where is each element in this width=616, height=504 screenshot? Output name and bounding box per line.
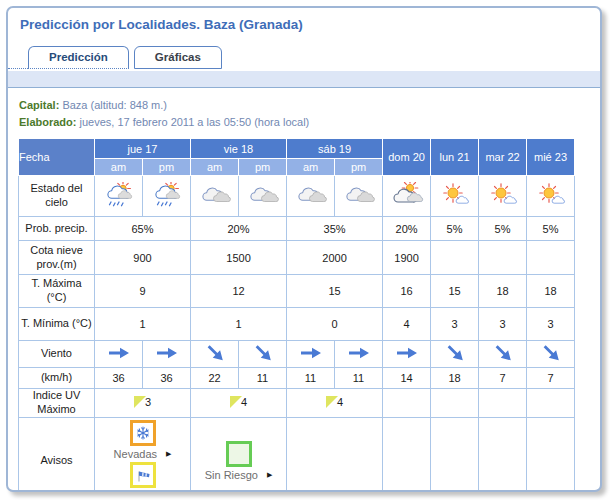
tab-bar: Predicción Gráficas	[8, 45, 600, 69]
weather-icon-cloudy	[246, 182, 280, 210]
ampm-header: pm	[143, 159, 191, 176]
weather-cell	[239, 176, 287, 217]
uv-value: 3	[134, 396, 151, 408]
aviso-sin-riesgo[interactable]: Sin Riesgo▶	[193, 441, 284, 481]
caret-right-icon: ▶	[267, 471, 272, 479]
row-label-prob: Prob. precip.	[19, 217, 95, 241]
tmax-value: 15	[431, 275, 479, 308]
prob-value: 5%	[479, 217, 527, 241]
aviso-cell	[287, 418, 383, 493]
wind-arrow-E	[108, 345, 130, 363]
weather-icon-cloudy	[342, 182, 376, 210]
wind-arrow-E	[156, 345, 178, 363]
aviso-box-green	[226, 441, 252, 467]
forecast-head: Fechajue 17vie 18sáb 19dom 20lun 21mar 2…	[19, 139, 575, 176]
wind-cell	[95, 341, 143, 368]
cota-value: 1900	[383, 241, 431, 275]
aviso-box-orange	[130, 420, 156, 446]
aviso-cell	[479, 418, 527, 493]
forecast-body: Estado del cieloProb. precip.65%20%35%20…	[19, 176, 575, 493]
uv-value: 4	[326, 396, 343, 408]
single-day-header-3: mié 23	[527, 139, 575, 176]
row-estado: Estado del cielo	[19, 176, 575, 217]
wind-arrow-SE	[536, 340, 564, 368]
capital-line: Capital: Baza (altitud: 848 m.)	[19, 97, 600, 114]
aviso-cell	[431, 418, 479, 493]
day-header-1: vie 18	[191, 139, 287, 159]
weather-icon-cloud-sun	[390, 182, 424, 210]
tmax-value: 18	[479, 275, 527, 308]
row-prob: Prob. precip.65%20%35%20%5%5%5%	[19, 217, 575, 241]
prob-value: 5%	[431, 217, 479, 241]
row-label-viento: Viento	[19, 341, 95, 368]
wind-cell	[239, 341, 287, 368]
wind-cell	[479, 341, 527, 368]
tmax-value: 18	[527, 275, 575, 308]
window-frame: Predicción por Localidades. Baza (Granad…	[6, 6, 602, 492]
weather-cell	[479, 176, 527, 217]
weather-icon-cloudy	[294, 182, 328, 210]
tab-graficas[interactable]: Gráficas	[134, 46, 222, 69]
tab-band	[8, 71, 600, 88]
tmin-value: 3	[431, 308, 479, 341]
aviso-label: Viento	[120, 490, 151, 492]
prob-value: 65%	[95, 217, 191, 241]
weather-cell	[335, 176, 383, 217]
tmin-value: 3	[527, 308, 575, 341]
prob-value: 35%	[287, 217, 383, 241]
weather-cell	[95, 176, 143, 217]
elaborado-value: jueves, 17 febrero 2011 a las 05:50 (hor…	[80, 116, 310, 128]
caret-right-icon: ▶	[166, 450, 171, 458]
wind-cell	[383, 341, 431, 368]
wind-cell	[335, 341, 383, 368]
row-viento: Viento	[19, 341, 575, 368]
weather-icon-cloudy	[198, 182, 232, 210]
kmh-value: 11	[335, 368, 383, 389]
kmh-value: 11	[287, 368, 335, 389]
day-header-0: jue 17	[95, 139, 191, 159]
kmh-value: 11	[239, 368, 287, 389]
elaborado-label: Elaborado:	[19, 116, 76, 128]
wind-cell	[143, 341, 191, 368]
tmax-value: 9	[95, 275, 191, 308]
uv-cell	[431, 389, 479, 418]
page-title: Predicción por Localidades. Baza (Granad…	[20, 17, 600, 32]
weather-icon-sun-small-cloud	[534, 182, 568, 210]
row-tmax: T. Máxima (°C)9121516151818	[19, 275, 575, 308]
aviso-box-yellow	[130, 462, 156, 488]
row-label-uv: Indice UV Máximo	[19, 389, 95, 418]
weather-cell	[287, 176, 335, 217]
wind-arrow-SE	[440, 340, 468, 368]
fecha-header: Fecha	[19, 139, 95, 176]
aviso-cell	[527, 418, 575, 493]
row-label-avisos: Avisos	[19, 418, 95, 493]
aviso-cell: Sin Riesgo▶	[191, 418, 287, 493]
cota-value	[431, 241, 479, 275]
tmax-value: 12	[191, 275, 287, 308]
row-label-tmin: T. Mínima (°C)	[19, 308, 95, 341]
ampm-header: am	[95, 159, 143, 176]
aviso-viento[interactable]: Viento▶	[97, 462, 188, 492]
ampm-header: am	[191, 159, 239, 176]
uv-value: 4	[230, 396, 247, 408]
tab-prediccion[interactable]: Predicción	[28, 46, 129, 69]
uv-cell	[527, 389, 575, 418]
kmh-value: 7	[479, 368, 527, 389]
row-tmin: T. Mínima (°C)1104333	[19, 308, 575, 341]
aviso-cell: Nevadas▶Viento▶	[95, 418, 191, 493]
row-label-estado: Estado del cielo	[19, 176, 95, 217]
cota-value	[527, 241, 575, 275]
weather-cell	[431, 176, 479, 217]
snowflake-icon	[135, 425, 151, 441]
tmax-value: 16	[383, 275, 431, 308]
prob-value: 5%	[527, 217, 575, 241]
wind-cell	[191, 341, 239, 368]
wind-arrow-E	[348, 345, 370, 363]
weather-icon-sun-small-cloud	[486, 182, 520, 210]
row-uv: Indice UV Máximo344	[19, 389, 575, 418]
single-day-header-2: mar 22	[479, 139, 527, 176]
uv-cell	[383, 389, 431, 418]
cota-value: 900	[95, 241, 191, 275]
aviso-nevadas[interactable]: Nevadas▶	[97, 420, 188, 460]
wind-arrow-E	[300, 345, 322, 363]
